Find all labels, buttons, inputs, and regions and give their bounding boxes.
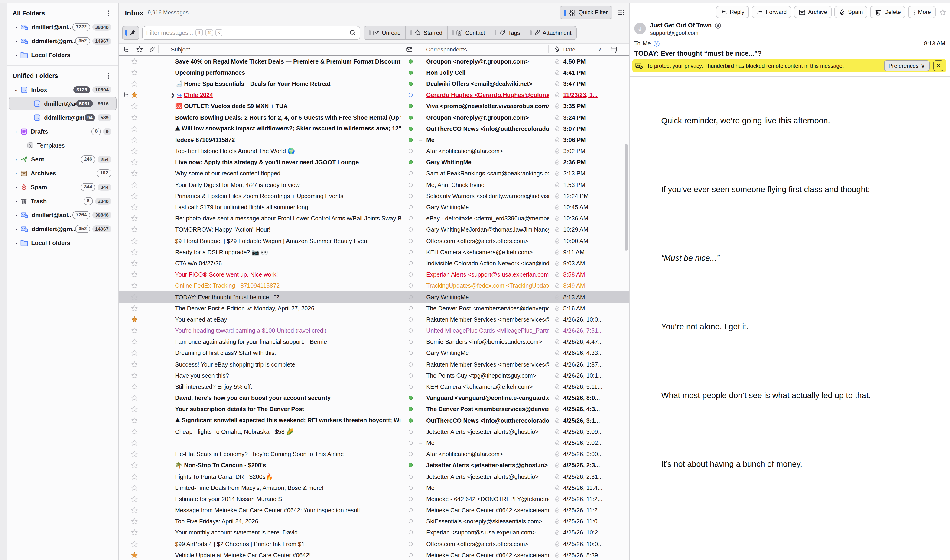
message-row[interactable]: Re: photo-dave sent a message about Fron… — [119, 213, 629, 224]
spam-marker-icon[interactable] — [554, 325, 561, 336]
read-status-icon[interactable] — [409, 235, 415, 246]
spam-marker-icon[interactable] — [554, 549, 561, 560]
message-row[interactable]: Top-Tier Historic Hotels Around The Worl… — [119, 145, 629, 157]
star-icon[interactable] — [131, 157, 139, 168]
read-status-icon[interactable] — [409, 280, 415, 291]
read-status-icon[interactable] — [409, 494, 415, 505]
read-status-icon[interactable] — [409, 314, 415, 325]
spam-marker-icon[interactable] — [554, 494, 561, 505]
read-status-icon[interactable] — [409, 101, 415, 112]
message-row[interactable]: You earned at eBay Rakuten Member Servic… — [119, 314, 629, 325]
star-icon[interactable] — [131, 549, 139, 560]
quick-filter-button[interactable]: Quick Filter — [560, 6, 612, 19]
filter-toggle-button[interactable]: Attachment — [525, 26, 576, 39]
spam-marker-icon[interactable] — [554, 348, 561, 358]
attachment-column-icon[interactable] — [149, 44, 155, 55]
message-row[interactable]: 🌴 Non-Stop To Cancun - $200's Jetsetter … — [119, 460, 629, 471]
read-status-icon[interactable] — [409, 348, 415, 358]
star-icon[interactable] — [131, 448, 139, 460]
message-row[interactable]: Save 40% on Regal Movie Ticket Deals — P… — [119, 56, 629, 67]
expand-chevron[interactable]: › — [13, 240, 20, 245]
archive-button[interactable]: Archive — [794, 6, 832, 18]
expand-chevron[interactable]: › — [13, 38, 20, 43]
star-icon[interactable] — [131, 404, 139, 415]
message-row[interactable]: Top Five Fridays: April 24, 2026 SkiEsse… — [119, 516, 629, 527]
more-button[interactable]: More — [908, 6, 936, 18]
spam-marker-icon[interactable] — [554, 516, 561, 527]
star-icon[interactable] — [131, 224, 139, 235]
message-row[interactable]: $99 AirPods 4 | $2 Cheerios | Printer In… — [119, 538, 629, 549]
folder-row[interactable]: › Drafts 89 — [9, 125, 117, 138]
message-row[interactable]: TODAY: Ever thought “must be nice...”? G… — [119, 291, 629, 303]
spam-marker-icon[interactable] — [554, 56, 561, 67]
message-row[interactable]: Message from Meineke Car Care Center #06… — [119, 505, 629, 516]
spam-marker-icon[interactable] — [554, 460, 561, 471]
message-row[interactable]: Why some of our recent content flopped. … — [119, 168, 629, 179]
star-icon[interactable] — [131, 437, 139, 448]
star-icon[interactable] — [131, 381, 139, 392]
collapse-chevron[interactable]: ❯ — [171, 92, 175, 97]
read-status-icon[interactable] — [409, 213, 415, 224]
spam-marker-icon[interactable] — [554, 291, 561, 303]
spam-marker-icon[interactable] — [554, 426, 561, 437]
read-status-icon[interactable] — [409, 191, 415, 202]
delete-button[interactable]: Delete — [870, 6, 905, 18]
message-row[interactable]: $9 Floral Bouquet | $29 Foldable Wagon |… — [119, 235, 629, 246]
expand-chevron[interactable]: › — [13, 52, 20, 57]
display-options-icon[interactable] — [617, 9, 625, 16]
read-status-icon[interactable] — [409, 381, 415, 392]
expand-chevron[interactable]: ⌄ — [13, 87, 20, 92]
read-status-icon[interactable] — [409, 123, 415, 134]
read-status-icon[interactable] — [409, 505, 415, 516]
message-row[interactable]: Cheap Flights To Omaha, Nebraska - $58 🌽… — [119, 426, 629, 437]
star-icon[interactable] — [131, 235, 139, 246]
message-row[interactable]: Limited-Time Deals from Macy's, Amazon, … — [119, 482, 629, 493]
spam-marker-icon[interactable] — [554, 336, 561, 347]
spam-marker-icon[interactable] — [554, 471, 561, 482]
spam-marker-icon[interactable] — [554, 314, 561, 325]
spam-marker-icon[interactable] — [554, 235, 561, 246]
read-status-icon[interactable] — [409, 303, 415, 314]
star-icon[interactable] — [131, 258, 139, 269]
star-icon[interactable] — [131, 202, 139, 213]
spam-marker-icon[interactable] — [554, 202, 561, 213]
spam-marker-icon[interactable] — [554, 269, 561, 280]
filter-toggle-button[interactable]: Contact — [447, 26, 490, 39]
star-icon[interactable] — [131, 392, 139, 403]
read-status-icon[interactable] — [409, 202, 415, 213]
message-row[interactable]: Ready for a DSLR upgrade? 📷 👀 KEH Camera… — [119, 246, 629, 257]
star-icon[interactable] — [131, 56, 139, 67]
message-row[interactable]: You're heading toward earning a $100 Uni… — [119, 325, 629, 336]
preferences-button[interactable]: Preferences∨ — [884, 60, 930, 71]
message-row[interactable]: fedex# 871094115872 → Me 3:06 PM — [119, 134, 629, 145]
star-icon[interactable] — [131, 67, 139, 78]
read-status-icon[interactable] — [409, 325, 415, 336]
message-row[interactable]: The Denver Post e-Edition 🗞 Monday, Apri… — [119, 303, 629, 314]
read-status-icon[interactable] — [409, 448, 415, 460]
spam-marker-icon[interactable] — [554, 538, 561, 549]
star-icon[interactable] — [131, 348, 139, 358]
section-menu-icon[interactable]: ⋮ — [103, 9, 114, 17]
read-status-icon[interactable] — [409, 482, 415, 493]
message-row[interactable]: Your FICO® Score went up. Nice work! Exp… — [119, 269, 629, 280]
recipient-contact-icon[interactable] — [653, 40, 660, 47]
star-icon[interactable] — [131, 370, 139, 381]
star-icon[interactable] — [131, 269, 139, 280]
spam-marker-icon[interactable] — [554, 101, 561, 112]
date-column-header[interactable]: Date — [563, 44, 575, 55]
message-row[interactable]: Your subscription details for The Denver… — [119, 404, 629, 415]
expand-chevron[interactable]: › — [13, 185, 20, 189]
star-icon[interactable] — [131, 527, 139, 538]
read-status-icon[interactable] — [409, 392, 415, 403]
spam-column-icon[interactable] — [554, 44, 560, 55]
star-icon[interactable] — [131, 191, 139, 202]
star-icon[interactable] — [131, 471, 139, 482]
spam-marker-icon[interactable] — [554, 213, 561, 224]
message-star-icon[interactable] — [939, 9, 946, 15]
expand-chevron[interactable]: › — [13, 25, 20, 29]
star-icon[interactable] — [131, 123, 139, 134]
read-status-icon[interactable] — [409, 179, 415, 190]
spam-marker-icon[interactable] — [554, 123, 561, 134]
star-icon[interactable] — [131, 336, 139, 347]
message-row[interactable]: Primaries & Epstein Files Zoom Recording… — [119, 191, 629, 202]
